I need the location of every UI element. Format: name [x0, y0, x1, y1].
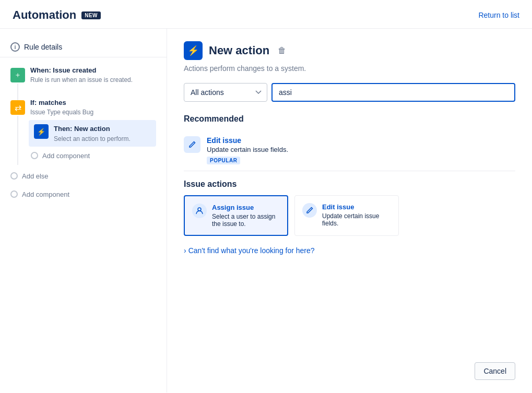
condition-icon: ⇄	[10, 100, 25, 115]
add-else-circle-icon	[10, 172, 18, 180]
edit-issue-desc: Update certain issue fields.	[322, 212, 391, 227]
cancel-button[interactable]: Cancel	[475, 362, 515, 380]
trigger-item[interactable]: ＋ When: Issue created Rule is run when a…	[10, 66, 156, 84]
edit-issue-text: Edit issue Update certain issue fields.	[322, 203, 391, 227]
recommended-desc: Update certain issue fields.	[207, 146, 288, 153]
assign-issue-title: Assign issue	[212, 204, 280, 211]
add-component-bottom-row[interactable]: Add component	[10, 185, 156, 204]
panel-title: New action	[209, 44, 269, 57]
search-input[interactable]	[271, 83, 515, 102]
action-item[interactable]: ⚡ Then: New action Select an action to p…	[29, 120, 156, 146]
recommended-text: Edit issue Update certain issue fields. …	[207, 136, 288, 164]
edit-pencil-icon	[302, 203, 317, 218]
action-sublabel: Select an action to perform.	[54, 135, 131, 142]
assign-issue-text: Assign issue Select a user to assign the…	[212, 204, 280, 228]
add-component-bottom-circle-icon	[10, 190, 18, 198]
condition-item[interactable]: ⇄ If: matches Issue Type equals Bug	[10, 98, 156, 116]
action-label: Then: New action	[54, 124, 131, 134]
panel-lightning-icon: ⚡	[184, 41, 203, 60]
rule-details-item[interactable]: i Rule details	[0, 37, 167, 57]
condition-label: If: matches	[30, 98, 156, 108]
nested-container: ⚡ Then: New action Select an action to p…	[17, 116, 156, 164]
timeline: ＋ When: Issue created Rule is run when a…	[0, 57, 167, 204]
add-component-label: Add component	[42, 152, 90, 160]
popular-badge: POPULAR	[207, 157, 240, 164]
svg-point-0	[198, 208, 201, 211]
main-layout: i Rule details ＋ When: Issue created Rul…	[0, 29, 532, 392]
nested-content: ⚡ Then: New action Select an action to p…	[29, 116, 156, 164]
trigger-icon: ＋	[10, 68, 25, 82]
trigger-label: When: Issue created	[30, 66, 156, 75]
rule-details-label: Rule details	[24, 43, 62, 51]
sidebar: i Rule details ＋ When: Issue created Rul…	[0, 29, 167, 392]
right-panel: ⚡ New action 🗑 Actions perform changes t…	[167, 29, 532, 392]
recommended-item[interactable]: Edit issue Update certain issue fields. …	[184, 130, 515, 171]
add-component-row[interactable]: Add component	[29, 147, 156, 165]
assign-person-icon	[192, 204, 207, 218]
add-else-label: Add else	[22, 172, 49, 180]
assign-issue-desc: Select a user to assign the issue to.	[212, 213, 280, 228]
panel-subtitle: Actions perform changes to a system.	[184, 64, 515, 73]
cant-find-text: Can't find what you're looking for here?	[188, 246, 315, 255]
add-component-bottom-label: Add component	[22, 190, 69, 198]
trigger-sublabel: Rule is run when an issue is created.	[30, 76, 156, 84]
action-content: Then: New action Select an action to per…	[54, 124, 131, 142]
info-icon: i	[10, 42, 20, 52]
action-icon: ⚡	[34, 124, 49, 139]
issue-actions-section-title: Issue actions	[184, 180, 515, 189]
condition-sublabel: Issue Type equals Bug	[30, 109, 156, 116]
recommended-section-title: Recommended	[184, 114, 515, 124]
assign-issue-card[interactable]: Assign issue Select a user to assign the…	[184, 195, 288, 236]
header-left: Automation NEW	[13, 8, 101, 22]
header: Automation NEW Return to list	[0, 0, 532, 29]
nested-vline	[17, 116, 18, 164]
recommended-edit-icon	[184, 136, 200, 153]
new-badge: NEW	[81, 11, 101, 19]
cant-find-link[interactable]: › Can't find what you're looking for her…	[184, 246, 515, 255]
actions-filter-dropdown[interactable]: All actions Issue actions Notification a…	[184, 83, 267, 102]
add-else-row[interactable]: Add else	[10, 165, 156, 185]
trigger-content: When: Issue created Rule is run when an …	[30, 66, 156, 84]
edit-issue-title: Edit issue	[322, 203, 391, 211]
return-to-list-link[interactable]: Return to list	[478, 11, 519, 19]
recommended-title[interactable]: Edit issue	[207, 136, 288, 145]
chevron-right-icon: ›	[184, 246, 186, 255]
panel-header: ⚡ New action 🗑	[184, 41, 515, 60]
trash-icon[interactable]: 🗑	[278, 46, 286, 55]
condition-content: If: matches Issue Type equals Bug	[30, 98, 156, 116]
bottom-actions: Cancel	[475, 362, 515, 380]
app-title: Automation	[13, 8, 76, 22]
edit-issue-card[interactable]: Edit issue Update certain issue fields.	[294, 195, 399, 236]
issue-actions-grid: Assign issue Select a user to assign the…	[184, 195, 515, 236]
search-row: All actions Issue actions Notification a…	[184, 83, 515, 102]
add-component-circle-icon	[31, 152, 38, 159]
